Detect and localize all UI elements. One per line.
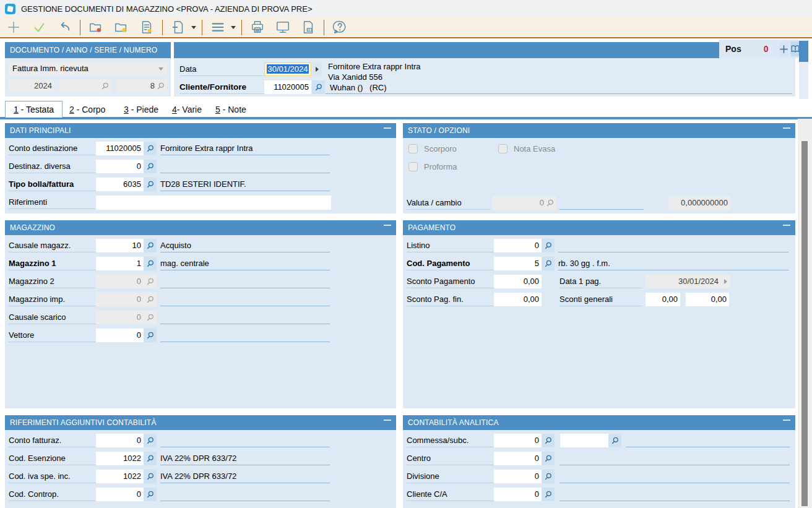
serie-field[interactable] [59,79,111,93]
panel-pagamento: PAGAMENTO Listino 0 Cod. Pagamento 5 rb.… [403,220,795,408]
main-scrollbar[interactable] [798,119,812,508]
dropdown-caret-icon[interactable] [191,26,196,29]
cambio-field[interactable]: 0,000000000 [668,196,730,210]
collapse-dash-icon[interactable] [384,420,391,421]
proforma-checkbox[interactable] [408,162,418,171]
magazzino-imp-field: 0 [96,293,144,306]
scorporo-checkbox[interactable] [408,144,418,153]
add-button[interactable] [4,19,24,36]
cliente-ca-field[interactable]: 0 [494,488,542,501]
lookup-button[interactable] [144,239,157,252]
destinaz-diversa-field[interactable]: 0 [96,160,144,173]
list-menu-button[interactable] [208,19,228,36]
dropdown-caret-icon[interactable] [231,26,236,29]
lookup-button[interactable] [144,257,157,270]
field-label: Cod. Esenzione [9,452,96,465]
magazzino1-field[interactable]: 1 [96,257,144,270]
tab-piede[interactable]: 3 - Piede [124,103,158,116]
nota-evasa-checkbox[interactable] [498,144,508,153]
collapse-dash-icon[interactable] [384,127,391,129]
panel-title: DATI PRINCIPALI [10,123,71,138]
riferimenti-field[interactable] [96,196,331,210]
anno-field[interactable]: 2024 [9,79,54,93]
data-next-button[interactable] [313,62,322,76]
tab-varie[interactable]: 4- Varie [172,103,202,116]
lookup-button[interactable] [144,142,157,155]
document-type-select[interactable]: Fattura Imm. ricevuta [9,62,167,75]
add-icon [6,20,21,35]
field-label: Sconto Pagamento [407,275,494,288]
header-scrollbar-thumb[interactable] [799,41,808,62]
lookup-button[interactable] [542,488,555,501]
tipo-bolla-field[interactable]: 6035 [96,178,144,191]
form-row: Sconto Pagamento 0,00 Data 1 pag. 30/01/… [403,275,795,288]
field-label: Sconto Pag. fin. [407,293,494,306]
field-label: Cod. Pagamento [407,257,494,270]
data-field[interactable]: 30/01/2024 [264,62,311,76]
cod-pagamento-field[interactable]: 5 [494,257,542,270]
lookup-button[interactable] [608,434,621,447]
sconto-generale2-field[interactable]: 0,00 [686,293,729,306]
collapse-dash-icon[interactable] [783,225,790,226]
tab-corpo[interactable]: 2 - Corpo [69,103,105,116]
causale-magazz-field[interactable]: 10 [96,239,144,252]
tab-note[interactable]: 5 - Note [215,103,246,116]
listino-field[interactable]: 0 [494,239,542,252]
centro-field[interactable]: 0 [494,452,542,465]
menu-lines-icon [210,20,225,35]
conto-destinazione-field[interactable]: 11020005 [96,142,144,155]
lookup-button[interactable] [144,178,157,191]
valuta-field[interactable]: 0 [492,196,556,210]
help-button[interactable] [330,19,350,36]
lookup-button[interactable] [144,329,157,342]
lookup-button[interactable] [542,470,555,483]
document-notes-button[interactable] [137,19,157,36]
export-document-button[interactable] [298,19,318,36]
confirm-check-icon [32,20,46,35]
lookup-button[interactable] [144,488,157,501]
subcommessa-field[interactable] [560,434,608,447]
lookup-button[interactable] [542,434,555,447]
cliente-lookup-button[interactable] [312,80,325,94]
cod-iva-spe-field[interactable]: 1022 [96,470,144,483]
lookup-icon [544,455,552,463]
conto-fatturaz-field[interactable]: 0 [96,434,144,447]
collapse-dash-icon[interactable] [384,225,391,226]
lookup-button[interactable] [144,470,157,483]
lookup-button[interactable] [144,452,157,465]
print-button[interactable] [248,19,267,36]
divisione-field[interactable]: 0 [494,470,542,483]
lookup-button[interactable] [144,160,157,173]
vettore-field[interactable]: 0 [96,329,144,342]
tab-testata[interactable]: 1 - Testata [5,101,63,118]
add-row-button[interactable] [779,41,788,56]
confirm-button[interactable] [29,19,49,36]
lookup-icon [314,84,322,92]
field-label: Magazzino 1 [9,257,96,270]
header-scrollbar[interactable] [799,40,808,99]
supplier-underline [326,93,792,94]
collapse-dash-icon[interactable] [783,127,790,129]
lookup-icon [146,491,154,499]
main-scrollbar-thumb[interactable] [801,141,808,506]
undo-button[interactable] [54,19,74,36]
commessa-field[interactable]: 0 [494,434,542,447]
new-document-menu-button[interactable] [168,19,188,36]
lookup-icon [611,437,619,445]
open-recent-button[interactable] [111,19,131,36]
print-preview-button[interactable] [273,19,293,36]
sconto-generale1-field[interactable]: 0,00 [646,293,680,306]
open-documents-button[interactable] [86,19,106,36]
lookup-button[interactable] [542,452,555,465]
cliente-fornitore-field[interactable]: 11020005 [264,80,311,94]
sconto-pag-fin-field[interactable]: 0,00 [494,293,542,306]
form-row: Cod. Controp. 0 [5,488,396,501]
lookup-button[interactable] [542,239,555,252]
cod-controp-field[interactable]: 0 [96,488,144,501]
lookup-button[interactable] [144,434,157,447]
numero-field[interactable]: 8 [116,79,167,93]
collapse-dash-icon[interactable] [783,420,790,421]
cod-esenzione-field[interactable]: 1022 [96,452,144,465]
sconto-pagamento-field[interactable]: 0,00 [494,275,542,288]
lookup-button[interactable] [542,257,555,270]
